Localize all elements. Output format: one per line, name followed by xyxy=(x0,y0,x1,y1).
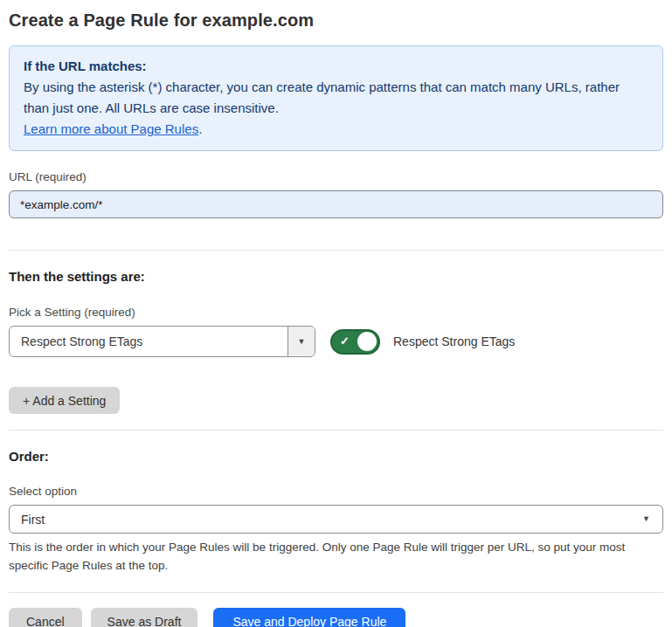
chevron-down-icon: ▼ xyxy=(298,338,306,346)
info-box-body: By using the asterisk (*) character, you… xyxy=(24,77,648,119)
order-select[interactable]: First ▼ xyxy=(9,505,663,534)
order-select-label: Select option xyxy=(9,485,663,498)
divider xyxy=(9,430,663,431)
setting-select-value: Respect Strong ETags xyxy=(10,327,288,356)
setting-toggle[interactable]: ✓ xyxy=(330,329,380,355)
add-setting-button[interactable]: + Add a Setting xyxy=(9,387,120,414)
setting-select[interactable]: Respect Strong ETags ▼ xyxy=(9,326,315,357)
toggle-knob xyxy=(357,332,377,351)
url-match-info-box: If the URL matches: By using the asteris… xyxy=(9,45,663,151)
url-input[interactable] xyxy=(9,190,663,218)
footer-buttons: Cancel Save as Draft Save and Deploy Pag… xyxy=(9,608,663,627)
pick-setting-label: Pick a Setting (required) xyxy=(9,306,663,319)
settings-section-heading: Then the settings are: xyxy=(9,269,663,284)
order-help-text: This is the order in which your Page Rul… xyxy=(9,538,660,575)
toggle-label: Respect Strong ETags xyxy=(393,334,515,348)
learn-more-link[interactable]: Learn more about Page Rules xyxy=(24,121,198,136)
save-as-draft-button[interactable]: Save as Draft xyxy=(91,608,198,627)
order-section-heading: Order: xyxy=(9,449,663,464)
check-icon: ✓ xyxy=(340,335,350,347)
divider xyxy=(9,592,663,593)
save-and-deploy-button[interactable]: Save and Deploy Page Rule xyxy=(213,608,405,627)
info-box-heading: If the URL matches: xyxy=(24,56,648,77)
url-field-label: URL (required) xyxy=(9,170,663,183)
chevron-down-icon: ▼ xyxy=(642,515,650,523)
link-period: . xyxy=(198,121,202,136)
page-rule-form: Create a Page Rule for example.com If th… xyxy=(0,0,672,627)
setting-row: Respect Strong ETags ▼ ✓ Respect Strong … xyxy=(9,326,663,357)
order-select-value: First xyxy=(21,513,45,527)
setting-select-arrow-box[interactable]: ▼ xyxy=(288,327,315,356)
page-title: Create a Page Rule for example.com xyxy=(9,10,663,31)
cancel-button[interactable]: Cancel xyxy=(9,608,82,627)
divider xyxy=(9,250,663,251)
info-box-link-line: Learn more about Page Rules. xyxy=(24,119,648,140)
